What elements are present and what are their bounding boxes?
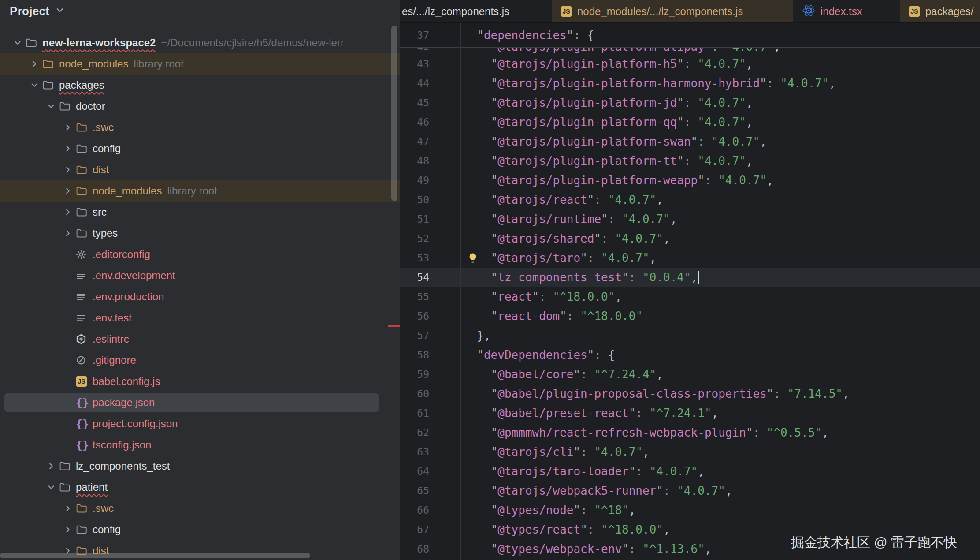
tree-item-src[interactable]: src — [0, 202, 400, 223]
tree-item-editorconfig[interactable]: .editorconfig — [0, 244, 400, 265]
tree-item-types[interactable]: types — [0, 223, 400, 244]
code-text[interactable]: "@tarojs/plugin-platform-weapp": "4.0.7"… — [434, 171, 980, 190]
code-line-57[interactable]: 57 }, — [400, 326, 980, 345]
tree-item-config[interactable]: config — [0, 519, 400, 540]
chevron-down-icon[interactable] — [26, 80, 42, 90]
tree-item-patient[interactable]: patient — [0, 477, 400, 498]
code-line-61[interactable]: 61 "@babel/preset-react": "^7.24.1", — [400, 403, 980, 423]
code-line-58[interactable]: 58 "devDependencies": { — [400, 345, 980, 365]
code-text[interactable]: "react-dom": "^18.0.0" — [434, 306, 980, 326]
chevron-right-icon[interactable] — [60, 165, 76, 175]
code-text[interactable]: "@tarojs/plugin-platform-jd": "4.0.7", — [434, 93, 980, 112]
code-line-44[interactable]: 44 "@tarojs/plugin-platform-harmony-hybr… — [400, 74, 980, 93]
editor-tab-index-tsx[interactable]: index.tsx — [793, 0, 900, 22]
code-line-66[interactable]: 66 "@types/node": "^18", — [400, 500, 980, 520]
chevron-right-icon[interactable] — [60, 186, 76, 196]
code-line-59[interactable]: 59 "@babel/core": "^7.24.4", — [400, 365, 980, 384]
code-line-60[interactable]: 60 "@babel/plugin-proposal-class-propert… — [400, 384, 980, 403]
tree-item-gitignore[interactable]: .gitignore — [0, 350, 400, 371]
code-text[interactable]: "@tarojs/plugin-platform-alipay": "4.0.7… — [434, 48, 980, 54]
code-line-45[interactable]: 45 "@tarojs/plugin-platform-jd": "4.0.7"… — [400, 93, 980, 112]
editor-tab-es-lz-components-js[interactable]: es/.../lz_components.js — [400, 0, 552, 22]
chevron-right-icon[interactable] — [60, 207, 76, 217]
code-line-47[interactable]: 47 "@tarojs/plugin-platform-swan": "4.0.… — [400, 132, 980, 151]
tree-item-new-lerna-workspace2[interactable]: new-lerna-workspace2~/Documents/cjlsire/… — [0, 32, 400, 53]
tree-item-dist[interactable]: dist — [0, 159, 400, 180]
code-text[interactable]: "@pmmmwh/react-refresh-webpack-plugin": … — [434, 423, 980, 442]
code-text[interactable]: "@tarojs/plugin-platform-swan": "4.0.7", — [434, 132, 980, 151]
tree-item-babel-config-js[interactable]: JSbabel.config.js — [0, 371, 400, 392]
code-text[interactable]: "@types/node": "^18", — [434, 500, 980, 520]
tree-item-eslintrc[interactable]: .eslintrc — [0, 329, 400, 350]
chevron-right-icon[interactable] — [60, 144, 76, 153]
tree-item-doctor[interactable]: doctor — [0, 96, 400, 117]
chevron-down-icon[interactable] — [43, 101, 59, 111]
chevron-right-icon[interactable] — [60, 546, 76, 556]
code-text[interactable]: "@tarojs/taro": "4.0.7", — [434, 248, 980, 268]
tree-item-package-json[interactable]: {}package.json — [0, 392, 400, 413]
chevron-down-icon[interactable] — [55, 5, 65, 17]
code-line-54[interactable]: 54 "lz_components_test": "0.0.4", — [400, 268, 980, 287]
code-line-55[interactable]: 55 "react": "^18.0.0", — [400, 287, 980, 306]
code-text[interactable]: "@babel/core": "^7.24.4", — [434, 365, 980, 384]
tree-item-project-config-json[interactable]: {}project.config.json — [0, 413, 400, 434]
code-text[interactable]: "@tarojs/taro-loader": "4.0.7", — [434, 462, 980, 481]
code-line-49[interactable]: 49 "@tarojs/plugin-platform-weapp": "4.0… — [400, 171, 980, 190]
code-text[interactable]: "@tarojs/react": "4.0.7", — [434, 190, 980, 209]
code-line-65[interactable]: 65 "@tarojs/webpack5-runner": "4.0.7", — [400, 481, 980, 500]
code-text[interactable]: "@tarojs/shared": "4.0.7", — [434, 229, 980, 248]
tree-item-lz-components-test[interactable]: lz_components_test — [0, 455, 400, 477]
code-line-46[interactable]: 46 "@tarojs/plugin-platform-qq": "4.0.7"… — [400, 112, 980, 132]
code-text[interactable]: "@tarojs/webpack5-runner": "4.0.7", — [434, 481, 980, 500]
code-text[interactable]: }, — [434, 326, 980, 345]
editor-tab-packages[interactable]: JSpackages/ — [900, 0, 980, 22]
project-panel-header[interactable]: Project — [0, 0, 400, 22]
tree-item-node-modules-library[interactable]: node_moduleslibrary root — [0, 180, 400, 202]
tree-item-tsconfig-json[interactable]: {}tsconfig.json — [0, 434, 400, 455]
tree-vertical-scrollbar[interactable] — [391, 26, 397, 201]
code-line-52[interactable]: 52 "@tarojs/shared": "4.0.7", — [400, 229, 980, 248]
code-line-51[interactable]: 51 "@tarojs/runtime": "4.0.7", — [400, 209, 980, 229]
code-text[interactable]: "@tarojs/plugin-platform-harmony-hybrid"… — [434, 74, 980, 93]
chevron-right-icon[interactable] — [60, 504, 76, 513]
code-text[interactable]: "devDependencies": { — [434, 345, 980, 365]
tree-item-env-test[interactable]: .env.test — [0, 307, 400, 329]
code-line-56[interactable]: 56 "react-dom": "^18.0.0" — [400, 306, 980, 326]
tree-item-node-modules-library[interactable]: node_moduleslibrary root — [0, 53, 400, 75]
chevron-right-icon[interactable] — [43, 461, 59, 471]
code-text[interactable]: "@tarojs/cli": "4.0.7", — [434, 442, 980, 462]
code-text[interactable]: "@babel/plugin-proposal-class-properties… — [434, 384, 980, 403]
code-text[interactable]: "dependencies": { — [434, 23, 980, 48]
code-line-63[interactable]: 63 "@tarojs/cli": "4.0.7", — [400, 442, 980, 462]
code-text[interactable]: "@tarojs/plugin-platform-tt": "4.0.7", — [434, 151, 980, 171]
code-line-37[interactable]: 37 "dependencies": { — [400, 23, 980, 48]
code-text[interactable]: "@babel/preset-react": "^7.24.1", — [434, 403, 980, 423]
chevron-down-icon[interactable] — [43, 482, 59, 492]
code-text[interactable]: "@tarojs/plugin-platform-qq": "4.0.7", — [434, 112, 980, 132]
code-text[interactable]: "@tarojs/runtime": "4.0.7", — [434, 209, 980, 229]
editor-tab-node-modules-lz-components-js[interactable]: JSnode_modules/.../lz_components.js — [552, 0, 793, 22]
code-text[interactable]: "lz_components_test": "0.0.4", — [434, 268, 980, 287]
code-line-43[interactable]: 43 "@tarojs/plugin-platform-h5": "4.0.7"… — [400, 54, 980, 74]
code-line-48[interactable]: 48 "@tarojs/plugin-platform-tt": "4.0.7"… — [400, 151, 980, 171]
tree-item-packages[interactable]: packages — [0, 75, 400, 96]
tree-horizontal-scrollbar[interactable] — [0, 553, 310, 558]
chevron-right-icon[interactable] — [60, 525, 76, 534]
chevron-right-icon[interactable] — [60, 228, 76, 238]
code-text[interactable]: "@tarojs/plugin-platform-h5": "4.0.7", — [434, 54, 980, 74]
code-text[interactable]: "react": "^18.0.0", — [434, 287, 980, 306]
partial-code-line-42[interactable]: 42 "@tarojs/plugin-platform-alipay": "4.… — [400, 48, 980, 54]
intention-lightbulb-icon[interactable] — [467, 252, 479, 265]
code-line-42[interactable]: 42 "@tarojs/plugin-platform-alipay": "4.… — [400, 48, 980, 54]
tree-item-swc[interactable]: .swc — [0, 498, 400, 519]
code-line-50[interactable]: 50 "@tarojs/react": "4.0.7", — [400, 190, 980, 209]
tree-item-env-production[interactable]: .env.production — [0, 286, 400, 307]
tree-item-env-development[interactable]: .env.development — [0, 265, 400, 286]
code-line-64[interactable]: 64 "@tarojs/taro-loader": "4.0.7", — [400, 462, 980, 481]
chevron-right-icon[interactable] — [60, 123, 76, 132]
tree-item-swc[interactable]: .swc — [0, 117, 400, 138]
code-line-53[interactable]: 53 "@tarojs/taro": "4.0.7", — [400, 248, 980, 268]
tree-item-config[interactable]: config — [0, 138, 400, 159]
chevron-down-icon[interactable] — [10, 38, 26, 48]
code-line-62[interactable]: 62 "@pmmmwh/react-refresh-webpack-plugin… — [400, 423, 980, 442]
